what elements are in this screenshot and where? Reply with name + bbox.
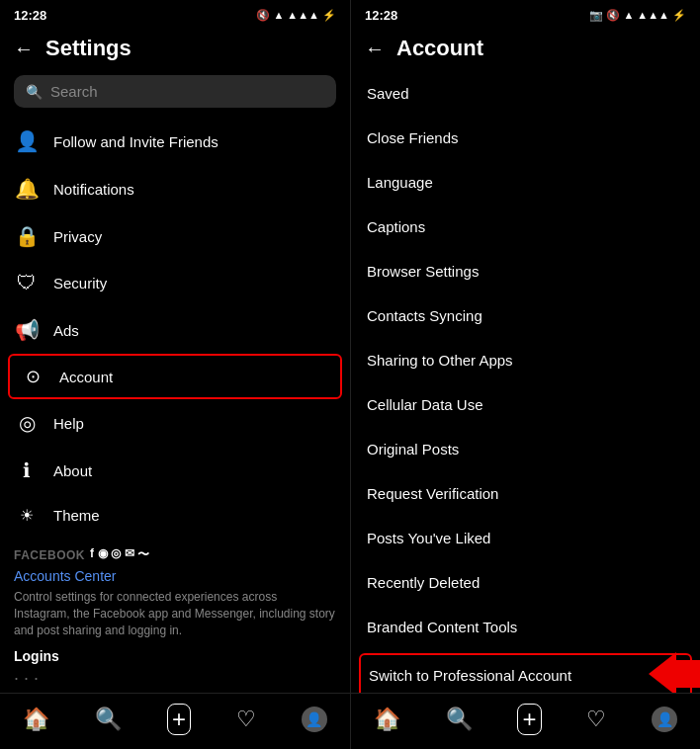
camera-icon-right: 📷 [589,9,603,22]
nav-add-right[interactable]: + [517,704,541,735]
status-icons-left: 🔇 ▲ ▲▲▲ ⚡ [256,9,336,22]
account-item-cellular[interactable]: Cellular Data Use [351,382,700,427]
privacy-icon: 🔒 [14,224,40,248]
fb-icon: f [90,546,95,563]
mute-icon: 🔇 [256,9,270,22]
facebook-title: FACEBOOK f ◉ ◎ ✉ 〜 [14,546,336,563]
notifications-icon: 🔔 [14,177,40,201]
accounts-center-link[interactable]: Accounts Center [14,568,336,584]
theme-label: Theme [53,507,100,524]
settings-header: ← Settings [0,28,350,71]
battery-icon-right: ⚡ [672,9,686,22]
nav-heart-right[interactable]: ♡ [586,707,606,732]
security-label: Security [53,275,107,291]
menu-item-follow[interactable]: 👤 Follow and Invite Friends [0,118,350,165]
fb-icon3: ◎ [111,546,122,563]
facebook-title-text: FACEBOOK [14,548,85,562]
nav-search-right[interactable]: 🔍 [446,707,473,732]
notifications-label: Notifications [53,181,134,198]
nav-search-left[interactable]: 🔍 [95,707,122,732]
account-item-close-friends[interactable]: Close Friends [351,116,700,160]
settings-menu-list: 👤 Follow and Invite Friends 🔔 Notificati… [0,118,350,693]
nav-add-left[interactable]: + [167,704,191,735]
account-item-language[interactable]: Language [351,160,700,205]
nav-profile-left[interactable]: 👤 [302,707,327,732]
security-icon: 🛡 [14,272,40,294]
account-menu-list: Saved Close Friends Language Captions Br… [351,71,700,693]
account-item-contacts-syncing[interactable]: Contacts Syncing [351,293,700,338]
account-label: Account [59,369,113,385]
fb-icon5: 〜 [137,546,150,563]
account-item-captions[interactable]: Captions [351,205,700,249]
status-bar-right: 12:28 📷 🔇 ▲ ▲▲▲ ⚡ [351,0,700,28]
status-icons-right: 📷 🔇 ▲ ▲▲▲ ⚡ [589,9,686,22]
account-title: Account [396,36,483,61]
settings-title: Settings [45,36,131,61]
ads-label: Ads [53,322,79,339]
account-item-recently-deleted[interactable]: Recently Deleted [351,560,700,605]
facebook-section: FACEBOOK f ◉ ◎ ✉ 〜 Accounts Center Contr… [0,537,350,693]
help-icon: ◎ [14,411,40,435]
status-time-right: 12:28 [365,8,397,23]
wifi-icon-right: ▲ [623,9,634,21]
account-header: ← Account [351,28,700,71]
account-item-branded-content[interactable]: Branded Content Tools [351,605,700,649]
menu-item-about[interactable]: ℹ About [0,447,350,494]
menu-item-help[interactable]: ◎ Help [0,399,350,447]
battery-icon: ⚡ [322,9,336,22]
wifi-icon: ▲ [273,9,284,21]
bottom-nav-right: 🏠 🔍 + ♡ 👤 [351,693,700,749]
left-panel: 12:28 🔇 ▲ ▲▲▲ ⚡ ← Settings 🔍 Search 👤 Fo… [0,0,350,749]
about-label: About [53,462,92,479]
right-panel: 12:28 📷 🔇 ▲ ▲▲▲ ⚡ ← Account Saved Close … [350,0,700,749]
mute-icon-right: 🔇 [606,9,620,22]
menu-item-account[interactable]: ⊙ Account [8,354,342,399]
facebook-icons: f ◉ ◎ ✉ 〜 [90,546,150,563]
status-time-left: 12:28 [14,8,46,23]
menu-item-security[interactable]: 🛡 Security [0,260,350,306]
logins-title: Logins [14,648,336,664]
fb-icon4: ✉ [125,546,135,563]
account-item-posts-liked[interactable]: Posts You've Liked [351,516,700,560]
signal-icon: ▲▲▲ [287,9,319,21]
menu-item-ads[interactable]: 📢 Ads [0,306,350,354]
status-bar-left: 12:28 🔇 ▲ ▲▲▲ ⚡ [0,0,350,28]
theme-icon: ☀ [14,506,40,525]
fb-description: Control settings for connected experienc… [14,589,336,638]
logins-dots: · · · [14,668,336,689]
account-item-browser-settings[interactable]: Browser Settings [351,249,700,293]
back-arrow-left[interactable]: ← [14,38,34,60]
search-icon: 🔍 [26,84,43,100]
nav-heart-left[interactable]: ♡ [236,707,256,732]
back-arrow-right[interactable]: ← [365,38,385,60]
fb-icon2: ◉ [98,546,109,563]
account-item-original-posts[interactable]: Original Posts [351,427,700,471]
search-placeholder: Search [50,83,98,100]
account-icon: ⊙ [20,366,45,387]
ads-icon: 📢 [14,318,40,342]
bottom-nav-left: 🏠 🔍 + ♡ 👤 [0,693,350,749]
follow-icon: 👤 [14,129,40,153]
menu-item-privacy[interactable]: 🔒 Privacy [0,212,350,260]
menu-item-theme[interactable]: ☀ Theme [0,494,350,537]
nav-home-left[interactable]: 🏠 [23,707,49,732]
help-label: Help [53,415,84,432]
follow-label: Follow and Invite Friends [53,133,219,150]
account-item-saved[interactable]: Saved [351,71,700,116]
account-item-sharing[interactable]: Sharing to Other Apps [351,338,700,382]
nav-home-right[interactable]: 🏠 [374,707,400,732]
menu-item-notifications[interactable]: 🔔 Notifications [0,165,350,212]
signal-icon-right: ▲▲▲ [637,9,669,21]
nav-profile-right[interactable]: 👤 [652,707,677,732]
account-item-request-verification[interactable]: Request Verification [351,471,700,516]
account-item-switch-professional[interactable]: Switch to Professional Account [359,653,692,693]
search-bar[interactable]: 🔍 Search [14,75,336,108]
privacy-label: Privacy [53,228,102,245]
about-icon: ℹ [14,458,40,482]
